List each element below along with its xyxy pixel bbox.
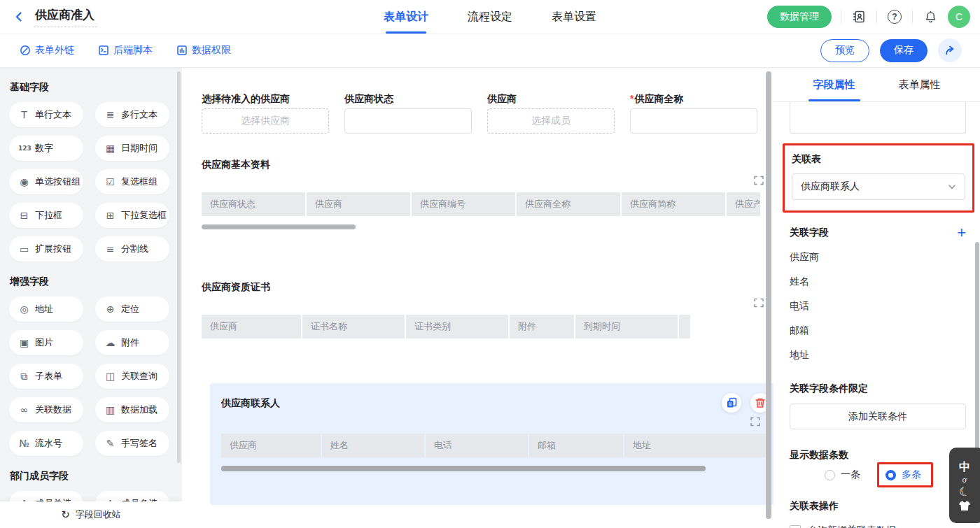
subtable-column-header: 电话 bbox=[426, 434, 528, 457]
related-table-select[interactable]: 供应商联系人 bbox=[792, 173, 965, 200]
form-field[interactable]: 供应商选择成员 bbox=[487, 93, 615, 134]
field-type-item[interactable]: ≣多行文本 bbox=[95, 102, 169, 127]
form-field-input[interactable] bbox=[344, 108, 472, 134]
form-section[interactable]: 供应商基本资料供应商状态供应商供应商编号供应商全称供应商简称供应产 bbox=[202, 157, 774, 229]
field-type-item[interactable]: ▣图片 bbox=[9, 330, 83, 355]
field-type-item[interactable]: ☁附件 bbox=[95, 330, 169, 355]
save-button[interactable]: 保存 bbox=[880, 39, 927, 62]
field-type-label: 扩展按钮 bbox=[35, 243, 71, 255]
field-type-item[interactable]: ☑复选框组 bbox=[95, 169, 169, 194]
subtable-column-header: 供应商 bbox=[221, 434, 321, 457]
related-field-item[interactable]: 邮箱 bbox=[790, 324, 966, 337]
field-type-item[interactable]: ✎手写签名 bbox=[95, 431, 169, 456]
radio-option[interactable]: 多条 bbox=[886, 469, 921, 481]
field-type-item[interactable]: 123数字 bbox=[9, 136, 83, 161]
main-tab[interactable]: 流程设定 bbox=[468, 0, 512, 34]
field-type-item[interactable]: ▭扩展按钮 bbox=[9, 236, 83, 262]
toolbar-link-link[interactable]: 表单外链 bbox=[20, 44, 74, 57]
form-section[interactable]: 供应商资质证书供应商证书名称证书类别附件到期时间 bbox=[202, 280, 774, 338]
form-field-input[interactable]: 选择成员 bbox=[487, 108, 615, 134]
field-type-item[interactable]: №流水号 bbox=[9, 431, 83, 456]
related-field-item[interactable]: 供应商 bbox=[790, 251, 966, 264]
field-type-icon: ☁ bbox=[104, 337, 116, 348]
dark-mode-moon-icon[interactable]: ☾ bbox=[958, 483, 972, 500]
help-icon[interactable]: ? bbox=[886, 8, 903, 25]
field-type-icon: ☑ bbox=[104, 176, 116, 187]
field-type-item[interactable]: ▥数据加载 bbox=[95, 397, 169, 422]
related-field-item[interactable]: 姓名 bbox=[790, 276, 966, 288]
share-button[interactable] bbox=[938, 38, 962, 62]
field-type-label: 数字 bbox=[35, 142, 53, 155]
section-actions bbox=[722, 393, 770, 413]
expand-icon[interactable] bbox=[754, 176, 764, 185]
field-type-label: 数据加载 bbox=[121, 404, 158, 416]
back-icon[interactable] bbox=[13, 10, 25, 23]
field-type-label: 日期时间 bbox=[121, 142, 158, 155]
subtable-column-header: 供应商 bbox=[202, 315, 301, 338]
preview-button[interactable]: 预览 bbox=[820, 39, 869, 62]
add-field-plus-icon[interactable]: + bbox=[957, 227, 966, 239]
allow-add-label: 允许新增关联表数据 bbox=[808, 525, 896, 528]
form-field[interactable]: *供应商全称 bbox=[630, 93, 757, 134]
field-type-item[interactable]: ◉单选按钮组 bbox=[9, 169, 83, 194]
field-recycle-bin[interactable]: ↻ 字段回收站 bbox=[0, 501, 182, 528]
horizontal-scrollbar[interactable] bbox=[221, 466, 706, 471]
field-type-item[interactable]: ◎地址 bbox=[9, 297, 83, 322]
top-header: 供应商准入 表单设计流程设定表单设置 数据管理 ? C bbox=[0, 0, 980, 34]
theme-shirt-icon[interactable] bbox=[958, 500, 971, 511]
field-type-item[interactable]: ⊟下拉框 bbox=[9, 203, 83, 228]
expand-icon[interactable] bbox=[754, 298, 764, 308]
form-field[interactable]: 选择待准入的供应商选择供应商 bbox=[202, 93, 329, 134]
horizontal-scrollbar[interactable] bbox=[202, 224, 356, 229]
field-type-item[interactable]: ⧉子表单 bbox=[9, 364, 83, 389]
lang-accent-icon: ơ bbox=[962, 476, 967, 483]
expand-icon[interactable] bbox=[750, 417, 760, 427]
translate-widget: 中 ơ ☾ bbox=[949, 448, 980, 523]
field-type-label: 单行文本 bbox=[35, 108, 71, 121]
panel-tab[interactable]: 字段属性 bbox=[813, 67, 855, 101]
field-type-icon: № bbox=[18, 438, 30, 449]
main-tab[interactable]: 表单设计 bbox=[384, 0, 428, 34]
allow-add-checkbox[interactable] bbox=[790, 525, 801, 528]
field-type-item[interactable]: ◫关联查询 bbox=[95, 364, 169, 389]
field-type-item[interactable]: ⊞下拉复选框 bbox=[95, 203, 169, 228]
avatar[interactable]: C bbox=[948, 6, 970, 28]
related-field-item[interactable]: 地址 bbox=[790, 349, 966, 362]
field-type-item[interactable]: ≡分割线 bbox=[95, 236, 169, 262]
panel-tab[interactable]: 表单属性 bbox=[899, 67, 941, 101]
contacts-book-icon[interactable] bbox=[850, 8, 867, 25]
field-name-input[interactable] bbox=[790, 102, 966, 134]
canvas-scrollbar[interactable] bbox=[766, 71, 771, 519]
selected-section[interactable]: 供应商联系人供应商姓名电话邮箱地址 bbox=[210, 383, 774, 505]
toolbar-link-script[interactable]: 后端脚本 bbox=[98, 44, 153, 57]
add-condition-button[interactable]: 添加关联条件 bbox=[790, 404, 966, 429]
expand-row bbox=[202, 298, 774, 308]
canvas-sections: 供应商基本资料供应商状态供应商供应商编号供应商全称供应商简称供应产供应商资质证书… bbox=[202, 157, 774, 505]
field-type-label: 子表单 bbox=[35, 370, 62, 383]
field-type-label: 下拉框 bbox=[35, 209, 62, 222]
subtable-column-header: 供应商编号 bbox=[412, 192, 515, 216]
field-type-item[interactable]: ⊕定位 bbox=[95, 297, 169, 322]
related-field-item[interactable]: 电话 bbox=[790, 300, 966, 313]
copy-button[interactable] bbox=[722, 393, 741, 413]
field-type-item[interactable]: T单行文本 bbox=[9, 102, 83, 127]
form-field-input[interactable]: 选择供应商 bbox=[202, 108, 329, 134]
page-title[interactable]: 供应商准入 bbox=[34, 7, 97, 27]
chinese-lang-icon[interactable]: 中 bbox=[959, 460, 970, 475]
data-manage-button[interactable]: 数据管理 bbox=[767, 6, 832, 28]
form-field[interactable]: 供应商状态 bbox=[344, 93, 472, 134]
field-type-icon: ◉ bbox=[18, 176, 30, 187]
field-type-item[interactable]: ∞关联数据 bbox=[9, 397, 83, 422]
notification-bell-icon[interactable] bbox=[922, 8, 939, 25]
subtable-column-header: 供应商全称 bbox=[517, 192, 620, 216]
panel-scrollbar[interactable] bbox=[975, 242, 979, 452]
sidebar-scrollbar[interactable] bbox=[177, 71, 181, 463]
selected-section-header: 供应商联系人 bbox=[221, 393, 770, 413]
form-field-input[interactable] bbox=[630, 108, 757, 134]
radio-option[interactable]: 一条 bbox=[825, 469, 860, 481]
chevron-down-icon bbox=[948, 183, 956, 191]
toolbar-link-permission[interactable]: 数据权限 bbox=[176, 44, 231, 57]
field-type-item[interactable]: ▦日期时间 bbox=[95, 136, 169, 161]
main-tab[interactable]: 表单设置 bbox=[552, 0, 596, 34]
subtable-column-header bbox=[679, 315, 690, 338]
